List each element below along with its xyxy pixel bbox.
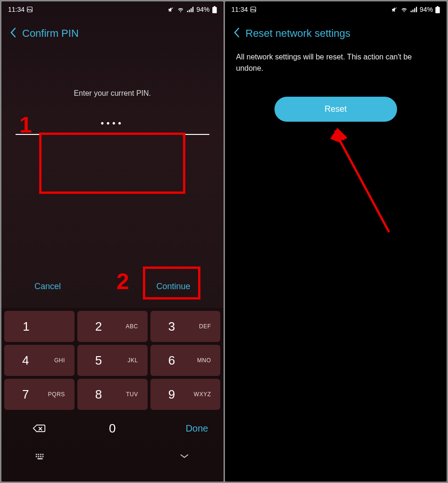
wifi-icon — [177, 7, 184, 13]
svg-rect-16 — [38, 458, 43, 459]
mute-icon — [167, 6, 174, 13]
svg-rect-10 — [40, 454, 41, 455]
annotation-arrow — [319, 128, 414, 246]
key-7[interactable]: 7PQRS — [4, 379, 75, 410]
svg-rect-23 — [435, 7, 440, 13]
svg-rect-13 — [38, 456, 40, 457]
backspace-key[interactable] — [4, 413, 75, 444]
svg-rect-22 — [416, 7, 417, 12]
reset-description: All network settings will be reset. This… — [236, 51, 436, 74]
continue-button[interactable]: Continue — [147, 274, 199, 299]
pin-entry-area: Enter your current PIN. •••• — [11, 61, 214, 144]
wifi-icon — [400, 7, 408, 13]
collapse-keyboard-icon[interactable] — [149, 447, 221, 466]
status-bar: 11:34 94% — [225, 1, 447, 16]
header: Reset network settings — [225, 16, 447, 50]
svg-rect-14 — [40, 456, 41, 457]
page-title: Reset network settings — [246, 27, 351, 40]
svg-marker-26 — [334, 128, 347, 141]
svg-rect-8 — [36, 454, 37, 455]
svg-rect-9 — [38, 454, 40, 455]
status-time: 11:34 — [232, 6, 248, 13]
svg-rect-21 — [414, 8, 415, 12]
gallery-icon — [26, 6, 33, 13]
key-9[interactable]: 9WXYZ — [150, 379, 221, 410]
svg-rect-15 — [42, 456, 44, 457]
battery-icon — [435, 6, 440, 13]
numeric-keypad: 1 2ABC 3DEF 4GHI 5JKL 6MNO 7PQRS 8TUV 9W… — [1, 308, 224, 482]
svg-rect-6 — [212, 7, 216, 13]
svg-rect-12 — [36, 456, 37, 457]
key-3[interactable]: 3DEF — [150, 311, 221, 342]
key-5[interactable]: 5JKL — [77, 345, 148, 376]
svg-rect-5 — [192, 7, 193, 12]
svg-rect-3 — [189, 9, 190, 12]
mute-icon — [391, 6, 398, 13]
status-time: 11:34 — [8, 6, 25, 13]
reset-button[interactable]: Reset — [274, 97, 397, 122]
page-title: Confirm PIN — [22, 27, 79, 40]
svg-rect-20 — [412, 9, 413, 12]
svg-rect-2 — [187, 10, 188, 12]
key-4[interactable]: 4GHI — [4, 345, 75, 376]
svg-rect-19 — [411, 10, 412, 12]
key-0[interactable]: 0 — [77, 413, 148, 444]
screen-reset-network: 11:34 94% Reset network settings — [225, 1, 447, 482]
key-8[interactable]: 8TUV — [77, 379, 148, 410]
key-1[interactable]: 1 — [4, 311, 75, 342]
signal-icon — [187, 7, 194, 13]
svg-line-25 — [339, 139, 389, 232]
svg-rect-4 — [191, 8, 192, 12]
svg-rect-7 — [214, 6, 216, 7]
svg-marker-27 — [330, 128, 341, 143]
pin-dots: •••• — [11, 118, 214, 128]
gallery-icon — [250, 6, 257, 13]
done-key[interactable]: Done — [150, 413, 221, 444]
pin-underline — [16, 134, 209, 135]
status-battery-text: 94% — [420, 6, 433, 13]
signal-icon — [410, 7, 417, 13]
screen-confirm-pin: 11:34 94% Confirm PIN Ent — [1, 1, 224, 482]
pin-prompt: Enter your current PIN. — [11, 89, 214, 98]
status-battery-text: 94% — [196, 6, 209, 13]
cancel-button[interactable]: Cancel — [25, 274, 70, 299]
svg-rect-11 — [42, 454, 44, 455]
action-row: Cancel Continue — [1, 274, 224, 299]
back-icon[interactable] — [233, 27, 240, 40]
status-bar: 11:34 94% — [1, 1, 224, 16]
back-icon[interactable] — [10, 27, 17, 40]
key-2[interactable]: 2ABC — [77, 311, 148, 342]
battery-icon — [212, 6, 217, 13]
svg-rect-24 — [437, 6, 439, 7]
keyboard-switch-icon[interactable] — [4, 447, 76, 466]
header: Confirm PIN — [1, 16, 224, 50]
spacer — [76, 447, 149, 466]
key-6[interactable]: 6MNO — [150, 345, 221, 376]
